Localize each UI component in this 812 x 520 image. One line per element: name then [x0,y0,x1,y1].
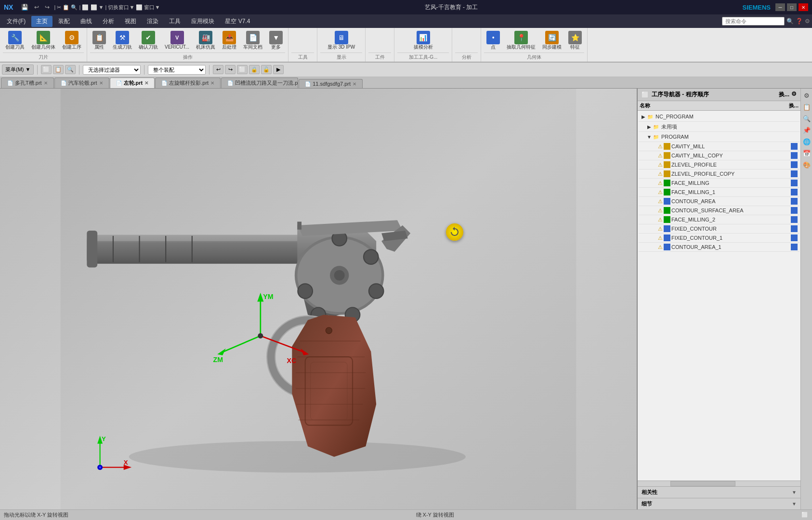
tab-6[interactable]: 📄 11.sdfgsdfg7.prt ✕ [299,79,363,88]
create-geometry-button[interactable]: 📐 创建几何体 [29,29,58,52]
tree-item-face-milling-1[interactable]: ⚠ FACE_MILLING_1 [639,188,799,197]
point-button[interactable]: • 点 [484,29,502,52]
expand-program[interactable]: ▼ [646,134,652,140]
tree-item-fixed-contour-1[interactable]: ⚠ FIXED_CONTOUR_1 [639,234,799,243]
tab-6-close[interactable]: ✕ [353,81,356,87]
op-icon-8 [664,207,670,214]
right-icon-7[interactable]: 🎨 [802,160,812,169]
tab-6-label: 11.sdfgsdfg7.prt [313,81,351,87]
tb-icon-3[interactable]: ⬜ [237,65,248,74]
feature-button[interactable]: ⭐ 特征 [566,29,584,52]
viewport[interactable]: Y X YM XC ZM [0,89,637,509]
tb-icon-6[interactable]: ▶ [273,65,284,74]
tree-item-cavity-mill-copy[interactable]: ⚠ CAVITY_MILL_COPY [639,151,799,160]
create-tool-button[interactable]: 🔧 创建刀具 [3,29,27,52]
verify-tool-path-button[interactable]: ✔ 确认刀轨 [136,29,160,52]
tree-item-zlevel-profile[interactable]: ⚠ ZLEVEL_PROFILE [639,160,799,169]
tab-1-close[interactable]: ✕ [44,80,48,86]
icon-btn-1[interactable]: ⬜ [41,65,52,74]
menu-tools[interactable]: 工具 [164,16,185,27]
icon-btn-3[interactable]: 🔍 [65,65,76,74]
maximize-button[interactable]: □ [787,3,797,11]
tree-item-zlevel-profile-copy[interactable]: ⚠ ZLEVEL_PROFILE_COPY [639,169,799,179]
right-icon-2[interactable]: 📋 [802,102,812,112]
menu-button[interactable]: 菜单(M) ▼ [2,65,34,75]
tb-icon-5[interactable]: 🔓 [261,65,272,74]
menu-app[interactable]: 应用模块 [186,16,219,27]
attribute-button[interactable]: 📋 属性 [90,29,108,52]
switch-label: 换... [779,91,789,99]
extract-feature-button[interactable]: 📍 抽取几何特征 [504,29,538,52]
expand-nc[interactable]: ▶ [641,114,646,119]
menu-home[interactable]: 主页 [31,16,52,27]
tb-icon-4[interactable]: 🔒 [249,65,260,74]
filter-select[interactable]: 无选择过滤器 [83,65,141,75]
vericut-button[interactable]: V VERICUT... [162,29,192,52]
minimize-button[interactable]: ─ [775,3,785,11]
more-button[interactable]: ▼ 更多 [267,29,285,52]
generate-tool-path-button[interactable]: ⚒ 生成刀轨 [110,29,134,52]
right-icon-3[interactable]: 🔍 [802,114,812,123]
help-icon[interactable]: ❓ [796,18,803,25]
icon-btn-2[interactable]: 📋 [53,65,64,74]
search-input[interactable] [722,17,785,26]
menu-render[interactable]: 渲染 [142,16,163,27]
tree-item-cavity-mill[interactable]: ⚠ CAVITY_MILL [639,142,799,151]
menu-file[interactable]: 文件(F) [2,16,30,27]
post-process-button[interactable]: 📤 后处理 [220,29,239,52]
tree-horizontal-scrollbar[interactable] [638,481,800,486]
svg-point-13 [369,284,384,299]
close-button[interactable]: ✕ [799,3,808,11]
display-3d-ipw-button[interactable]: 🖥 显示 3D IPW [325,29,357,52]
menu-curve[interactable]: 曲线 [76,16,97,27]
tree-item-contour-area[interactable]: ⚠ CONTOUR_AREA [639,197,799,206]
shop-doc-button[interactable]: 📄 车间文档 [241,29,265,52]
tree-item-fixed-contour[interactable]: ⚠ FIXED_CONTOUR [639,224,799,234]
relevance-header[interactable]: 相关性 ▼ [638,487,800,498]
tree-item-face-milling-2[interactable]: ⚠ FACE_MILLING_2 [639,215,799,224]
assembly-select[interactable]: 整个装配 [148,65,206,75]
draft-analysis-button[interactable]: 📊 拔模分析 [411,29,435,52]
menu-assembly[interactable]: 装配 [53,16,75,27]
menu-starsky[interactable]: 星空 V7.4 [220,16,255,27]
right-icon-5[interactable]: 🌐 [802,137,812,146]
sync-modeling-button[interactable]: 🔄 同步建模 [540,29,564,52]
tree-item-face-milling[interactable]: ⚠ FACE_MILLING [639,179,799,188]
side-icon-4 [791,170,798,177]
tab-4-close[interactable]: ✕ [210,80,214,86]
menu-view[interactable]: 视图 [120,16,141,27]
detail-header[interactable]: 细节 ▼ [638,498,800,509]
right-icon-4[interactable]: 📌 [802,125,812,135]
tab-1-label: 多孔T槽.prt [15,79,42,87]
tab-1[interactable]: 📄 多孔T槽.prt ✕ [1,78,54,88]
tab-3[interactable]: 📄 左轮.prt ✕ [110,78,155,88]
save-icon[interactable]: 💾 [21,4,28,11]
settings-icon[interactable]: ⚙ [805,18,810,25]
expand-unused[interactable]: ▶ [646,124,652,130]
create-operation-button[interactable]: ⚙ 创建工序 [60,29,84,52]
rotate-button[interactable] [446,223,463,241]
face-milling-label: FACE_MILLING [671,180,791,186]
ribbon-group-tool: 工具 [288,28,317,62]
right-icon-6[interactable]: 📅 [802,148,812,158]
tree-item-program[interactable]: ▼ 📁 PROGRAM [639,132,799,142]
tree-item-contour-surface-area[interactable]: ⚠ CONTOUR_SURFACE_AREA [639,206,799,215]
tab-2-close[interactable]: ✕ [99,80,103,86]
search-icon[interactable]: 🔍 [786,18,794,25]
menu-analysis[interactable]: 分析 [98,16,119,27]
tab-4[interactable]: 📄 左旋螺杆投影.prt ✕ [155,78,221,88]
panel-settings-icon[interactable]: ⚙ [791,91,797,99]
right-icon-1[interactable]: ⚙ [802,91,812,100]
tree-item-unused[interactable]: ▶ 📁 未用项 [639,122,799,132]
tree-item-contour-area-1[interactable]: ⚠ CONTOUR_AREA_1 [639,243,799,252]
machine-sim-button[interactable]: 🏭 机床仿真 [194,29,218,52]
tb-icon-1[interactable]: ↩ [213,65,223,74]
redo-icon[interactable]: ↪ [45,4,50,11]
tab-5[interactable]: 📄 凹槽流线刀路又是一刀流.prt ✕ [221,78,298,88]
op-icon-1 [664,143,670,150]
tree-item-nc-program[interactable]: ▶ 📁 NC_PROGRAM [639,112,799,122]
undo-icon[interactable]: ↩ [34,4,39,11]
tb-icon-2[interactable]: ↪ [225,65,236,74]
tab-3-close[interactable]: ✕ [144,80,148,86]
tab-2[interactable]: 📄 汽车轮毂.prt ✕ [54,78,109,88]
